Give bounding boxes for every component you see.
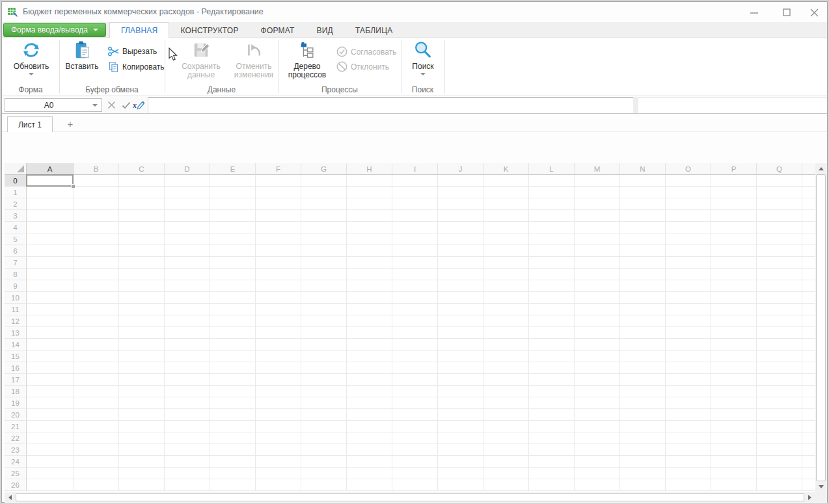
cell-K12[interactable]	[483, 315, 529, 327]
cell-K13[interactable]	[483, 327, 529, 339]
cell-D5[interactable]	[165, 233, 210, 245]
cell-E23[interactable]	[210, 444, 256, 456]
cell-O22[interactable]	[666, 432, 711, 444]
cell-F7[interactable]	[256, 257, 301, 269]
paste-button[interactable]: Вставить	[63, 40, 101, 71]
cell-O9[interactable]	[666, 280, 711, 292]
cell-O23[interactable]	[666, 444, 711, 456]
cell-J9[interactable]	[438, 280, 483, 292]
cell-H26[interactable]	[347, 479, 392, 491]
column-header-C[interactable]: C	[119, 163, 165, 175]
cell-P3[interactable]	[711, 210, 757, 222]
cell-G10[interactable]	[301, 292, 347, 304]
cell-H16[interactable]	[347, 362, 392, 374]
cell-D3[interactable]	[165, 210, 210, 222]
cell-O4[interactable]	[666, 222, 711, 233]
cell-B1[interactable]	[74, 187, 119, 198]
cell-I24[interactable]	[392, 456, 438, 468]
cell-B17[interactable]	[74, 374, 119, 386]
cell-G1[interactable]	[301, 187, 347, 198]
cell-Q22[interactable]	[757, 432, 802, 444]
cell-F5[interactable]	[256, 233, 301, 245]
cell-C17[interactable]	[119, 374, 165, 386]
cell-L4[interactable]	[529, 222, 575, 233]
cell-B3[interactable]	[74, 210, 119, 222]
cell-H21[interactable]	[347, 421, 392, 432]
cell-E24[interactable]	[210, 456, 256, 468]
cell-H22[interactable]	[347, 432, 392, 444]
cell-J12[interactable]	[438, 315, 483, 327]
cell-N1[interactable]	[620, 187, 666, 198]
cell-J4[interactable]	[438, 222, 483, 233]
cut-button[interactable]: Вырезать	[108, 46, 157, 57]
cell-A8[interactable]	[27, 269, 74, 280]
cell-G24[interactable]	[301, 456, 347, 468]
cell-Q17[interactable]	[757, 374, 802, 386]
cell-D10[interactable]	[165, 292, 210, 304]
cell-D13[interactable]	[165, 327, 210, 339]
cell-F22[interactable]	[256, 432, 301, 444]
cell-M15[interactable]	[575, 351, 620, 362]
cell-D18[interactable]	[165, 386, 210, 397]
cell-D20[interactable]	[165, 409, 210, 421]
row-header-13[interactable]: 13	[5, 327, 27, 339]
cell-F26[interactable]	[256, 479, 301, 491]
cell-P22[interactable]	[711, 432, 757, 444]
add-sheet-button[interactable]: +	[63, 116, 77, 131]
cell-M6[interactable]	[575, 245, 620, 257]
cell-A13[interactable]	[27, 327, 74, 339]
column-header-E[interactable]: E	[210, 163, 256, 175]
cell-K5[interactable]	[483, 233, 529, 245]
cell-F4[interactable]	[256, 222, 301, 233]
cell-J6[interactable]	[438, 245, 483, 257]
cell-N11[interactable]	[620, 304, 666, 315]
cell-Q6[interactable]	[757, 245, 802, 257]
column-header-D[interactable]: D	[165, 163, 210, 175]
cell-J23[interactable]	[438, 444, 483, 456]
cell-D23[interactable]	[165, 444, 210, 456]
cell-O19[interactable]	[666, 397, 711, 409]
cell-H9[interactable]	[347, 280, 392, 292]
cell-M0[interactable]	[575, 175, 620, 187]
cell-I14[interactable]	[392, 339, 438, 351]
cell-N18[interactable]	[620, 386, 666, 397]
cell-J8[interactable]	[438, 269, 483, 280]
cell-K17[interactable]	[483, 374, 529, 386]
cell-M26[interactable]	[575, 479, 620, 491]
row-header-2[interactable]: 2	[5, 198, 27, 210]
cell-O25[interactable]	[666, 468, 711, 479]
cell-K20[interactable]	[483, 409, 529, 421]
cell-N23[interactable]	[620, 444, 666, 456]
cell-D8[interactable]	[165, 269, 210, 280]
cell-H17[interactable]	[347, 374, 392, 386]
cell-K21[interactable]	[483, 421, 529, 432]
cell-G13[interactable]	[301, 327, 347, 339]
cell-B5[interactable]	[74, 233, 119, 245]
cell-F13[interactable]	[256, 327, 301, 339]
cell-P13[interactable]	[711, 327, 757, 339]
cell-N21[interactable]	[620, 421, 666, 432]
cell-M5[interactable]	[575, 233, 620, 245]
cell-K24[interactable]	[483, 456, 529, 468]
cell-P1[interactable]	[711, 187, 757, 198]
cell-C6[interactable]	[119, 245, 165, 257]
cell-O20[interactable]	[666, 409, 711, 421]
cell-P5[interactable]	[711, 233, 757, 245]
cell-N19[interactable]	[620, 397, 666, 409]
cell-O1[interactable]	[666, 187, 711, 198]
cell-Q0[interactable]	[757, 175, 802, 187]
maximize-button[interactable]	[777, 6, 796, 19]
cell-Q7[interactable]	[757, 257, 802, 269]
cell-M16[interactable]	[575, 362, 620, 374]
cell-A3[interactable]	[27, 210, 74, 222]
cell-E26[interactable]	[210, 479, 256, 491]
cell-F3[interactable]	[256, 210, 301, 222]
cell-O2[interactable]	[666, 198, 711, 210]
cell-C1[interactable]	[119, 187, 165, 198]
cell-K25[interactable]	[483, 468, 529, 479]
cell-E18[interactable]	[210, 386, 256, 397]
cell-A23[interactable]	[27, 444, 74, 456]
cell-M20[interactable]	[575, 409, 620, 421]
cell-C8[interactable]	[119, 269, 165, 280]
cell-A14[interactable]	[27, 339, 74, 351]
